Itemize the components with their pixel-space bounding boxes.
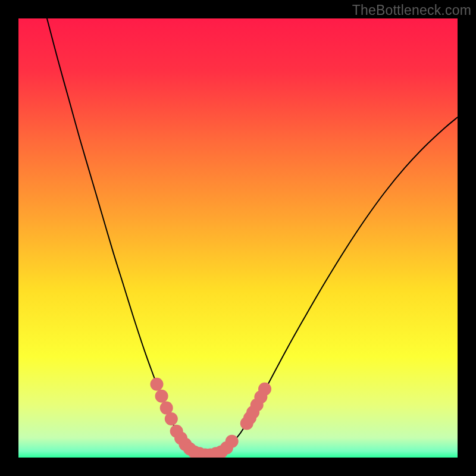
highlight-right-marker (258, 383, 271, 396)
highlight-left-marker (150, 378, 163, 391)
chart-background (18, 18, 458, 458)
highlight-left-marker (155, 390, 168, 403)
chart-frame (18, 18, 458, 458)
chart-svg (18, 18, 458, 458)
highlight-left-marker (165, 412, 178, 425)
watermark-text: TheBottleneck.com (352, 2, 471, 18)
highlight-left-marker (226, 435, 239, 448)
